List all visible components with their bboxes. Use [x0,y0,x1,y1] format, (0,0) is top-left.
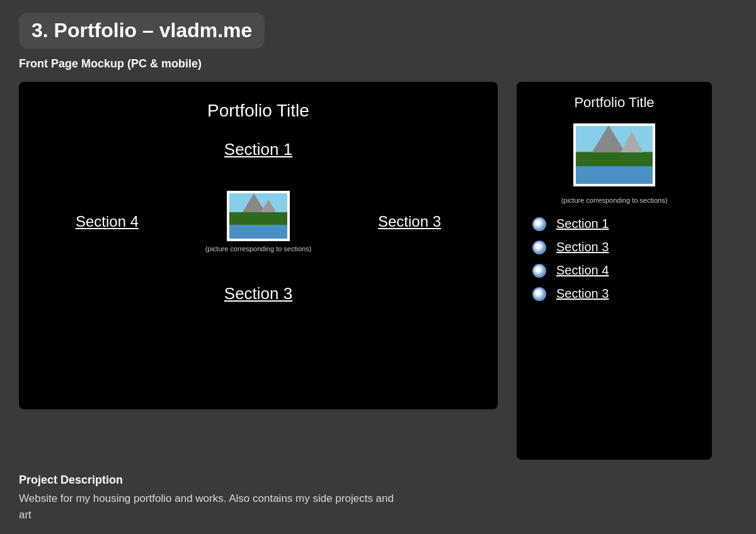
mobile-image-area [573,123,655,186]
water-shape [229,225,287,239]
pc-section4[interactable]: Section 4 [32,213,183,230]
trees-shape [229,212,287,225]
mobile-nav-label[interactable]: Section 4 [556,263,609,278]
subtitle: Front Page Mockup (PC & mobile) [19,57,737,71]
page-title-box: 3. Portfolio – vladm.me [19,13,265,48]
pc-image-caption: (picture corresponding to sections) [205,245,312,253]
mobile-nav-label[interactable]: Section 1 [556,217,609,231]
page-title: 3. Portfolio – vladm.me [32,19,252,42]
description-section: Project Description Website for my housi… [19,474,397,523]
pc-portfolio-title: Portfolio Title [207,101,309,121]
pc-landscape-image [227,191,290,241]
pc-section3-bottom[interactable]: Section 3 [224,284,292,304]
pc-section1[interactable]: Section 1 [224,140,292,159]
mobile-nav-item[interactable]: Section 3 [532,287,696,301]
mobile-nav-item[interactable]: Section 4 [532,263,696,278]
mockups-row: Portfolio Title Section 1 Section 4 (pic… [19,82,737,460]
radio-dot-icon [532,264,546,278]
mobile-nav-item[interactable]: Section 1 [532,217,696,231]
mobile-nav-label[interactable]: Section 3 [556,240,609,254]
pc-mockup: Portfolio Title Section 1 Section 4 (pic… [19,82,498,409]
pc-middle-row: Section 4 (picture corresponding to sect… [32,191,485,253]
radio-dot-icon [532,287,546,301]
mobile-portfolio-title: Portfolio Title [574,94,654,111]
pc-section3-right[interactable]: Section 3 [334,213,485,230]
mobile-water-shape [576,166,653,184]
mobile-nav-item[interactable]: Section 3 [532,240,696,254]
description-text: Website for my housing portfolio and wor… [19,491,397,523]
mobile-trees-shape [576,152,653,166]
mobile-image-caption: (picture corresponding to sections) [561,196,668,204]
pc-center-image-area: (picture corresponding to sections) [183,191,334,253]
mobile-nav-list: Section 1Section 3Section 4Section 3 [526,217,702,301]
mobile-nav-label[interactable]: Section 3 [556,287,609,301]
mobile-mockup: Portfolio Title (picture corresponding t… [517,82,712,460]
radio-dot-icon [532,241,546,254]
mobile-landscape-image [573,123,655,186]
radio-dot-icon [532,217,546,231]
description-title: Project Description [19,474,397,487]
